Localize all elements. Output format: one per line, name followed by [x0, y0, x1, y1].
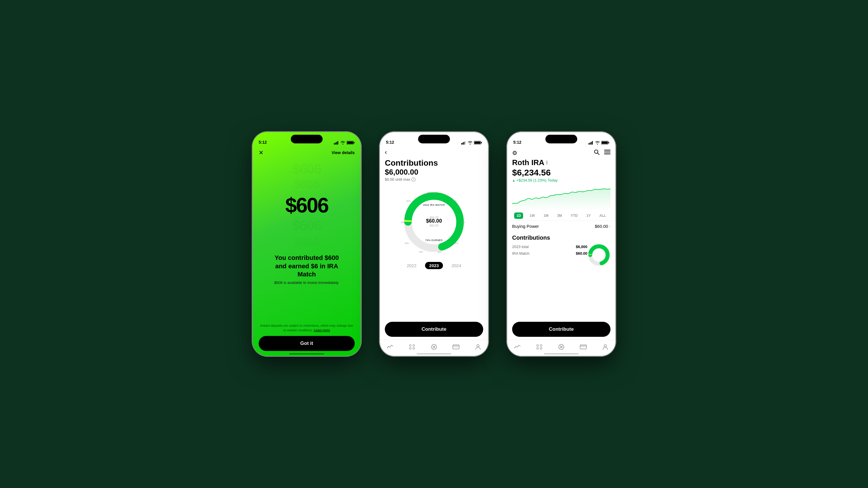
svg-point-36: [413, 345, 414, 346]
nav-card-icon-3[interactable]: [579, 343, 587, 351]
time-1d[interactable]: 1D: [514, 213, 523, 219]
svg-rect-48: [609, 142, 609, 143]
contributions-amount: $6,000.00: [379, 168, 489, 176]
svg-rect-12: [481, 142, 482, 143]
chevron-right-icon: ›: [609, 224, 611, 228]
roth-title: Roth IRA ⁝: [506, 158, 616, 167]
time-1y[interactable]: 1Y: [584, 213, 593, 219]
svg-rect-49: [602, 142, 608, 144]
svg-rect-64: [580, 345, 587, 349]
chart-area: [506, 185, 616, 211]
phones-container: 5:12: [252, 131, 616, 357]
svg-point-62: [540, 348, 542, 349]
info-icon[interactable]: i: [411, 177, 415, 182]
nav-card-icon-2[interactable]: [452, 343, 460, 351]
svg-rect-5: [354, 142, 355, 143]
battery-icon-3: [601, 141, 609, 144]
svg-text:70% EARNED: 70% EARNED: [425, 239, 443, 242]
svg-text:50%: 50%: [419, 251, 423, 253]
svg-point-61: [537, 348, 538, 349]
got-it-button[interactable]: Got it: [259, 336, 355, 351]
until-max: $0.00 until max i: [379, 176, 489, 185]
svg-point-66: [604, 345, 607, 347]
amount-ghost-bottom2: $606: [271, 236, 343, 248]
nav-ira-icon-3[interactable]: [557, 343, 565, 351]
svg-rect-9: [464, 142, 464, 144]
svg-point-35: [409, 345, 411, 346]
header-right-icons: [594, 149, 611, 156]
svg-text:20%: 20%: [461, 222, 465, 224]
contribute-button-phone2[interactable]: Contribute: [385, 322, 483, 337]
phone1: 5:12: [252, 131, 362, 357]
year-selector: 2022 2023 2024: [379, 260, 489, 271]
svg-rect-45: [591, 142, 592, 144]
svg-rect-13: [474, 142, 480, 144]
up-arrow-icon: ▲: [512, 178, 515, 182]
phone3-content: ⚙: [506, 146, 616, 357]
roth-caret-icon[interactable]: ⁝: [546, 160, 548, 166]
contributions-section-title: Contributions: [512, 234, 611, 241]
battery-icon-1: [347, 141, 355, 144]
status-icons-3: [589, 141, 609, 144]
time-1: 5:12: [259, 140, 267, 144]
back-button[interactable]: ‹: [385, 149, 387, 156]
time-1m[interactable]: 1M: [541, 213, 551, 219]
contribute-button-phone3[interactable]: Contribute: [512, 322, 611, 337]
svg-rect-43: [589, 143, 589, 144]
svg-rect-3: [337, 141, 338, 144]
time-period-selector: 1D 1W 1M 3M YTD 1Y ALL: [506, 211, 616, 221]
nav-ira-icon-2[interactable]: [430, 343, 438, 351]
roth-amount: $6,234.56: [506, 167, 616, 178]
nav-chart-icon-3[interactable]: [513, 343, 521, 351]
svg-text:0%: 0%: [433, 192, 435, 194]
year-2022[interactable]: 2022: [407, 263, 416, 268]
svg-text:$60.00: $60.00: [426, 218, 442, 224]
menu-icon[interactable]: [604, 149, 611, 156]
signal-icon-1: [334, 141, 339, 144]
phone2-content: ‹ Contributions $6,000.00 $0.00 until ma…: [379, 146, 489, 357]
svg-rect-40: [453, 345, 459, 349]
home-bar-1: [289, 353, 324, 354]
status-icons-2: [461, 141, 482, 144]
year-2024[interactable]: 2024: [452, 263, 461, 268]
svg-point-37: [409, 348, 411, 349]
contributed-text: You contributed $600and earned $6 in IRA…: [259, 254, 355, 279]
time-1w[interactable]: 1W: [527, 213, 537, 219]
contrib-match-value: $60.00: [576, 251, 587, 256]
contributions-title: Contributions: [379, 158, 489, 168]
nav-person-icon-3[interactable]: [601, 343, 609, 351]
gear-icon[interactable]: ⚙: [512, 150, 517, 156]
svg-rect-54: [604, 154, 611, 154]
wifi-icon-2: [468, 141, 472, 144]
nav-person-icon-2[interactable]: [474, 343, 482, 351]
svg-rect-1: [335, 142, 336, 144]
nav-grid-icon-2[interactable]: [408, 343, 416, 351]
nav-chart-icon-2[interactable]: [386, 343, 394, 351]
signal-icon-3: [589, 141, 594, 144]
svg-point-58: [592, 248, 606, 262]
buying-power-value[interactable]: $60.00 ›: [595, 224, 611, 229]
view-details-button[interactable]: View details: [332, 150, 355, 155]
contributions-section: Contributions 2023 total $6,000 IRA Matc…: [506, 232, 616, 269]
svg-rect-53: [604, 152, 611, 153]
wifi-icon-1: [341, 141, 345, 144]
year-2023[interactable]: 2023: [425, 262, 443, 269]
spacer-3: [506, 269, 616, 322]
svg-text:$60.00: $60.00: [430, 224, 439, 227]
amount-display: $606 $606 $606 $606 $606: [259, 162, 355, 249]
phone3-header: ⚙: [506, 146, 616, 158]
time-3m[interactable]: 3M: [555, 213, 564, 219]
svg-rect-44: [590, 142, 591, 144]
battery-icon-2: [474, 141, 482, 144]
nav-grid-icon-3[interactable]: [535, 343, 544, 351]
close-button[interactable]: ✕: [259, 149, 264, 156]
learn-more-link[interactable]: Learn more: [314, 328, 330, 332]
svg-text:60%: 60%: [405, 242, 409, 244]
svg-text:40%: 40%: [438, 251, 442, 253]
time-all[interactable]: ALL: [597, 213, 608, 219]
time-ytd[interactable]: YTD: [568, 213, 580, 219]
home-bar-3: [544, 353, 579, 354]
status-icons-1: [334, 141, 355, 144]
contrib-match-line: IRA Match $60.00: [512, 250, 587, 257]
search-icon[interactable]: [594, 149, 599, 156]
